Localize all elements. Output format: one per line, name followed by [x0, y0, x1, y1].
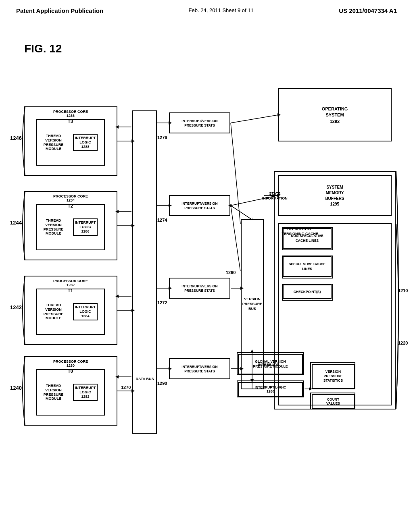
interrupt-stats-0-num: 1290	[157, 381, 167, 386]
interrupt-logic-2: INTERRUPTLOGIC1286	[73, 218, 98, 235]
state-information-label: STATEINFORMATION	[262, 191, 288, 201]
thread-module-1: THREADVERSIONPRESSUREMODULE	[44, 303, 64, 320]
outer-1220-num: 1220	[398, 341, 408, 345]
proc-core-3-outer-num: 1246	[10, 135, 22, 141]
interrupt-stats-2: INTERRUPT/VERSIONPRESSURE STATS	[170, 197, 229, 215]
thread-module-2: THREADVERSIONPRESSUREMODULE	[44, 218, 64, 236]
version-pressure-stats-box: VERSIONPRESSURESTATISTICS	[312, 364, 355, 389]
interrupt-stats-1: INTERRUPT/VERSIONPRESSURE STATS	[170, 279, 229, 298]
proc-core-0-container: PROCESSOR CORE 1230 THREADVERSIONPRESSUR…	[25, 358, 116, 424]
svg-marker-34	[131, 139, 135, 143]
interrupt-logic-main-box: INTERRUPT LOGIC1280	[238, 382, 303, 397]
header: Patent Application Publication Feb. 24, …	[0, 0, 413, 14]
data-bus-num: 1270	[121, 385, 131, 390]
header-left: Patent Application Publication	[16, 7, 103, 14]
proc-core-2-inner: THREADVERSIONPRESSUREMODULE INTERRUPTLOG…	[36, 204, 105, 250]
interrupt-stats-2-num: 1274	[157, 218, 167, 222]
interrupt-stats-3-num: 1276	[157, 135, 167, 140]
proc-core-1-container: PROCESSOR CORE 1232 THREADVERSIONPRESSUR…	[25, 277, 116, 343]
svg-line-55	[231, 115, 278, 123]
svg-marker-22	[131, 389, 135, 393]
thread-3-label: T3	[68, 119, 73, 124]
diagram-area: FIG. 12	[0, 18, 413, 510]
interrupt-logic-1: INTERRUPTLOGIC1284	[73, 303, 98, 320]
thread-module-0: THREADVERSIONPRESSUREMODULE	[44, 384, 64, 401]
header-center: Feb. 24, 2011 Sheet 9 of 11	[189, 7, 254, 13]
thread-2-label: T2	[68, 204, 73, 208]
proc-core-2-label: PROCESSOR CORE	[53, 194, 88, 198]
svg-rect-4	[132, 111, 156, 433]
global-version-box: GLOBAL VERSIONPRESSURE MODULE	[238, 354, 303, 374]
svg-marker-36	[115, 125, 119, 129]
proc-core-3-inner: THREADVERSIONPRESSUREMODULE INTERRUPTLOG…	[36, 119, 105, 166]
svg-marker-32	[115, 210, 119, 213]
thread-1-label: T1	[68, 288, 73, 293]
operating-system-box: OPERATINGSYSTEM1292	[279, 90, 390, 141]
proc-core-0-num: 1230	[67, 364, 75, 368]
version-pressure-bus-num: 1260	[226, 270, 236, 275]
data-bus-label: DATA BUS	[133, 377, 156, 381]
interrupt-stats-3: INTERRUPT/VERSIONPRESSURE STATS	[170, 114, 229, 133]
svg-line-58	[231, 206, 252, 220]
thread-module-3: THREADVERSIONPRESSUREMODULE	[44, 134, 64, 151]
svg-marker-30	[131, 224, 135, 227]
outer-1210-num: 1210	[398, 288, 408, 293]
interrupt-logic-0: INTERRUPTLOGIC1282	[73, 384, 98, 401]
svg-line-50	[231, 123, 240, 224]
proc-core-2-outer-num: 1244	[10, 220, 22, 226]
svg-marker-26	[131, 309, 135, 312]
spec-cache-lines-box: SPECULATIVE CACHELINES	[283, 256, 332, 277]
interrupt-stats-0: INTERRUPT/VERSIONPRESSURE STATS	[170, 360, 229, 378]
checkpoint-box: CHECKPOINT(S)	[283, 285, 332, 299]
system-memory-box: SYSTEMMEMORYBUFFERS1295	[279, 177, 390, 215]
proc-core-1-inner: THREADVERSIONPRESSUREMODULE INTERRUPTLOG…	[36, 289, 105, 335]
thread-0-label: T0	[68, 369, 73, 374]
svg-marker-28	[115, 295, 119, 298]
proc-core-1-num: 1232	[67, 283, 75, 287]
non-spec-cache-box: NON-SPECULATIVECACHE LINES	[283, 228, 332, 249]
interrupt-logic-3: INTERRUPTLOGIC1288	[73, 134, 98, 151]
proc-core-3-container: PROCESSOR CORE 1236 THREADVERSIONPRESSUR…	[25, 108, 116, 174]
proc-core-1-label: PROCESSOR CORE	[53, 279, 88, 283]
proc-core-3-label: PROCESSOR CORE	[53, 110, 88, 114]
proc-core-0-label: PROCESSOR CORE	[53, 360, 88, 364]
proc-core-2-num: 1234	[67, 198, 75, 202]
svg-marker-24	[115, 375, 119, 378]
header-right: US 2011/0047334 A1	[339, 7, 397, 14]
figure-label: FIG. 12	[24, 42, 62, 55]
proc-core-1-outer-num: 1242	[10, 304, 22, 310]
proc-core-0-outer-num: 1240	[10, 385, 22, 391]
count-values-box: COUNTVALUES	[312, 394, 355, 409]
proc-core-3-num: 1236	[67, 114, 75, 118]
svg-line-49	[231, 206, 240, 271]
proc-core-0-inner: THREADVERSIONPRESSUREMODULE INTERRUPTLOG…	[36, 369, 105, 416]
interrupt-stats-1-num: 1272	[157, 300, 167, 305]
proc-core-2-container: PROCESSOR CORE 1234 THREADVERSIONPRESSUR…	[25, 193, 116, 259]
